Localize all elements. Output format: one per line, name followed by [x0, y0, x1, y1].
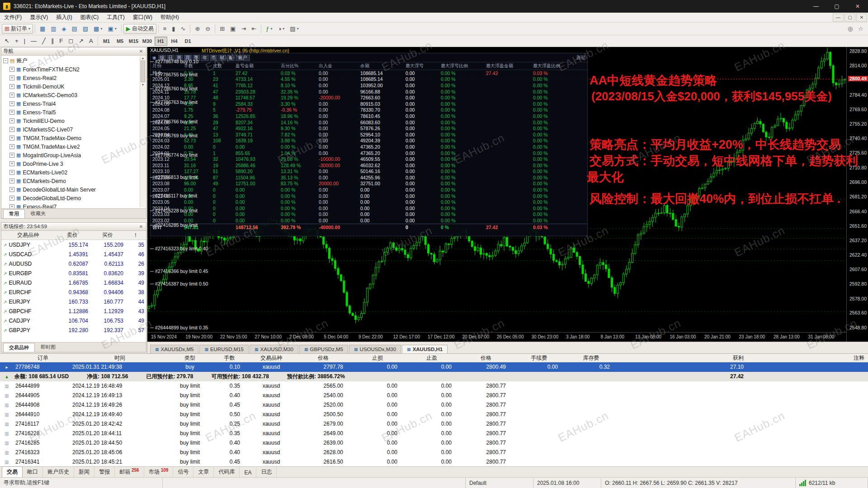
- terminal-col-header[interactable]: 获利: [617, 354, 748, 362]
- order-row[interactable]: ▥274162282025.01.20 18:44:11buy limit0.3…: [0, 429, 868, 438]
- expand-icon[interactable]: +: [9, 84, 14, 89]
- order-row[interactable]: ▥274161172025.01.20 18:42:42buy limit0.2…: [0, 419, 868, 429]
- account-item[interactable]: +▦TickmillEU-Demo: [3, 117, 146, 125]
- expand-icon[interactable]: +: [9, 153, 14, 158]
- mw-col-header[interactable]: 交易品种: [1, 231, 55, 239]
- fibonacci-tool[interactable]: F: [57, 36, 66, 46]
- timeframe-M15[interactable]: M15: [127, 37, 140, 46]
- terminal-tab-新闻[interactable]: 新闻: [74, 467, 94, 477]
- chart-tab-GBPUSDz,M5[interactable]: ▦GBPUSDz,M5: [299, 345, 348, 353]
- child-minimize-button[interactable]: —: [833, 14, 844, 22]
- account-item[interactable]: +▦ICMarketsSC-Live07: [3, 125, 146, 134]
- collapse-icon[interactable]: −: [3, 58, 8, 63]
- terminal-tab-警报[interactable]: 警报: [94, 467, 115, 477]
- favorites-button[interactable]: ☆: [855, 24, 866, 34]
- stats-tab-币[interactable]: 币: [210, 55, 217, 61]
- timeframe-M5[interactable]: M5: [114, 37, 127, 46]
- templates-button[interactable]: ▨▾: [287, 24, 301, 34]
- mw-col-header[interactable]: !: [125, 232, 146, 239]
- account-item[interactable]: +▦TMGM.TradeMax-Live2: [3, 142, 146, 151]
- account-item[interactable]: +▦ForexTimeFXTM-ECN2: [3, 65, 146, 74]
- market-watch-button[interactable]: ▦: [37, 24, 48, 34]
- market-watch-row[interactable]: ↗EURJPY160.733160.77744: [1, 297, 146, 306]
- chart-tab-USOUSDx,M30[interactable]: ▦USOUSDx,M30: [349, 345, 401, 353]
- chart-tab-XAUUSD,H1[interactable]: ▦XAUUSD,H1: [402, 345, 448, 353]
- account-item[interactable]: +▦ICMarketsSC-Demo03: [3, 91, 146, 99]
- terminal-col-header[interactable]: 止损: [350, 354, 405, 362]
- indicators-button[interactable]: ƒ▾: [263, 24, 275, 34]
- market-watch-row[interactable]: ↗GBPCHF1.128861.1292943: [1, 306, 146, 316]
- stats-tab-日[interactable]: 日: [167, 55, 175, 61]
- timeframe-H4[interactable]: H4: [168, 37, 181, 46]
- candlestick-button[interactable]: ▮: [169, 24, 178, 34]
- expand-icon[interactable]: +: [9, 110, 14, 115]
- line-chart-button[interactable]: ∿: [178, 24, 188, 34]
- terminal-col-header[interactable]: 时间: [72, 354, 167, 362]
- market-watch-row[interactable]: ↗EURGBP0.835810.8362039: [1, 268, 146, 278]
- market-watch-row[interactable]: ↗USDJPY155.174155.20935: [1, 240, 146, 249]
- stats-tab-周[interactable]: 周: [175, 55, 183, 61]
- menu-item[interactable]: 图表(C): [76, 12, 103, 23]
- expand-icon[interactable]: +: [9, 170, 14, 175]
- minimize-button[interactable]: —: [806, 0, 826, 13]
- zoom-out-button[interactable]: ⊖: [203, 24, 213, 34]
- account-item[interactable]: +▦TMGM.TradeMax-Demo: [3, 134, 146, 142]
- chart-tab-XAUUSD,M30[interactable]: ▦XAUUSD,M30: [250, 345, 298, 353]
- new-chart-button[interactable]: ▩▾: [91, 24, 105, 34]
- navigator-root[interactable]: −▤账户: [3, 56, 146, 65]
- account-item[interactable]: +▦ECMarkets-Live02: [3, 168, 146, 177]
- scrollbar-thumb[interactable]: [141, 61, 145, 82]
- terminal-tab-文章[interactable]: 文章: [193, 467, 214, 477]
- zoom-in-button[interactable]: ⊕: [192, 24, 203, 34]
- market-watch-row[interactable]: ↗CADJPY106.704106.75349: [1, 316, 146, 325]
- expand-icon[interactable]: +: [9, 161, 14, 166]
- market-watch-row[interactable]: ↗EURCHF0.943680.9440638: [1, 287, 146, 297]
- navigator-tab-常用[interactable]: 常用: [3, 209, 25, 219]
- child-close-button[interactable]: ✕: [856, 14, 867, 22]
- terminal-tab-EA[interactable]: EA: [240, 468, 256, 477]
- bar-chart-button[interactable]: ≡: [160, 24, 170, 34]
- terminal-col-header[interactable]: 交易品种: [246, 354, 296, 362]
- expand-icon[interactable]: +: [9, 204, 14, 208]
- terminal-tab-交易[interactable]: 交易: [2, 466, 23, 477]
- terminal-col-header[interactable]: 类型: [167, 354, 212, 362]
- menu-item[interactable]: 窗口(W): [129, 12, 156, 23]
- account-item[interactable]: +▦Tickmill-DemoUK: [3, 82, 146, 91]
- channel-tool[interactable]: ∥: [48, 36, 57, 46]
- trendline-tool[interactable]: ╱: [39, 36, 48, 46]
- terminal-col-header[interactable]: 止盈: [405, 354, 459, 362]
- order-row[interactable]: ▥264448992024.12.19 16:48:49buy limit0.3…: [0, 381, 868, 391]
- expand-icon[interactable]: +: [9, 67, 14, 72]
- horizontal-line-tool[interactable]: —: [28, 36, 39, 46]
- market-watch-row[interactable]: ↗AUDUSD0.620870.6211326: [1, 259, 146, 268]
- time-axis[interactable]: 15 Nov 202419 Nov 20:0022 Nov 15:0027 No…: [147, 332, 846, 342]
- navigator-tab-收藏夹[interactable]: 收藏夹: [25, 209, 52, 218]
- auto-trading-button[interactable]: ▶自动交易: [123, 24, 156, 34]
- stats-tab-月[interactable]: 月: [184, 55, 192, 61]
- market-watch-tab-即时图[interactable]: 即时图: [35, 343, 61, 352]
- navigator-button[interactable]: ◈: [59, 24, 69, 34]
- terminal-col-header[interactable]: 手数: [212, 354, 246, 362]
- terminal-tab-信号[interactable]: 信号: [173, 467, 193, 477]
- close-icon[interactable]: ✕: [138, 224, 144, 229]
- stats-tab-综[interactable]: 综: [158, 55, 166, 61]
- account-item[interactable]: +▦DecodeGlobalLtd-Main Server: [3, 185, 146, 194]
- account-item[interactable]: +▦DooPrime-Live 3: [3, 160, 146, 168]
- order-row[interactable]: ▥264449082024.12.19 16:49:26buy limit0.4…: [0, 400, 868, 410]
- expand-icon[interactable]: +: [9, 118, 14, 123]
- expand-icon[interactable]: +: [9, 178, 14, 183]
- terminal-tab-代码库[interactable]: 代码库: [214, 467, 240, 477]
- text-tool[interactable]: A: [86, 36, 96, 46]
- market-watch-tab-交易品种[interactable]: 交易品种: [3, 343, 35, 352]
- order-row[interactable]: ▥264449052024.12.19 16:49:13buy limit0.4…: [0, 391, 868, 400]
- new-order-button[interactable]: ⊞新订单▾: [2, 24, 33, 34]
- crosshair-tool[interactable]: +: [12, 36, 21, 46]
- terminal-tab-敞口[interactable]: 敞口: [23, 467, 43, 477]
- profiles-button[interactable]: ▣▾: [105, 24, 119, 34]
- chart-area[interactable]: XAUUSD,H1 MTDriver统计 ,V1.95 (http://mtdr…: [147, 47, 868, 342]
- mw-col-header[interactable]: 卖价: [55, 231, 90, 239]
- data-window-button[interactable]: ▥: [48, 24, 59, 34]
- expand-icon[interactable]: +: [9, 144, 14, 149]
- menu-item[interactable]: 插入(I): [52, 12, 76, 23]
- order-row[interactable]: ▥264449102024.12.19 16:49:40buy limit0.5…: [0, 410, 868, 419]
